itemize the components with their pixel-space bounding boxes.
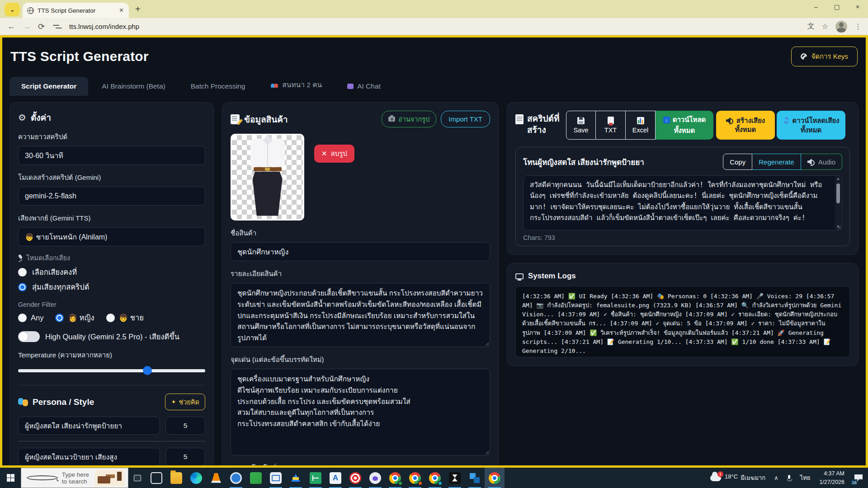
window-minimize-button[interactable]: –: [806, 0, 826, 14]
gender-female-option[interactable]: 👩 หญิง: [55, 312, 94, 324]
remove-image-button[interactable]: ✕ ลบรูป: [314, 145, 354, 163]
taskbar-app-green[interactable]: [246, 468, 266, 488]
browser-avatar[interactable]: [835, 21, 847, 33]
search-highlight-image[interactable]: [95, 470, 124, 486]
radio-selected-icon[interactable]: [18, 283, 27, 291]
browser-profile-button[interactable]: ⌄: [5, 3, 20, 16]
tab-batch-processing[interactable]: Batch Processing: [179, 77, 257, 96]
bookmark-star-icon[interactable]: ☆: [822, 22, 828, 31]
generate-all-audio-button[interactable]: สร้างเสียง ทั้งหมด: [716, 111, 775, 140]
download-all-button[interactable]: ↓ ดาวน์โหลด ทั้งหมด: [656, 111, 713, 140]
export-excel-button[interactable]: Excel: [626, 111, 656, 140]
notification-center-button[interactable]: 16: [849, 468, 868, 488]
scrollbar[interactable]: ▲ ▼: [835, 176, 841, 230]
profile-badge: [398, 481, 403, 486]
taskbar-app-file-explorer[interactable]: [166, 468, 186, 488]
save-button[interactable]: Save: [566, 111, 596, 140]
taskbar-app-vlc[interactable]: [206, 468, 226, 488]
taskbar-app-blue[interactable]: [226, 468, 246, 488]
taskbar-app-anydesk[interactable]: [326, 468, 345, 488]
forward-button[interactable]: →: [23, 22, 31, 31]
start-button[interactable]: [0, 468, 21, 488]
persona-name-input[interactable]: [18, 448, 160, 466]
read-from-image-button[interactable]: อ่านจากรูป: [382, 111, 436, 127]
language-indicator[interactable]: ไทย: [796, 473, 815, 483]
product-heading: ข้อมูลสินค้า: [244, 113, 288, 126]
taskbar-app-chrome-profile2[interactable]: [405, 468, 425, 488]
radio-unselected-icon[interactable]: [18, 314, 27, 322]
log-box[interactable]: [4:32:36 AM] ✅ UI Ready [4:32:36 AM] 🎭 P…: [515, 286, 850, 357]
tab-ai-brainstorm[interactable]: AI Brainstorm (Beta): [90, 77, 177, 96]
copy-button[interactable]: Copy: [723, 154, 752, 170]
window-maximize-button[interactable]: ▢: [826, 0, 847, 14]
taskbar-app-drive[interactable]: [286, 468, 306, 488]
translate-icon[interactable]: 文: [807, 22, 815, 31]
gender-any-option[interactable]: Any: [18, 314, 43, 322]
model-select[interactable]: gemini-2.5-flash: [18, 187, 205, 206]
assist-idea-button[interactable]: ✦ ช่วยคิด: [165, 394, 205, 410]
scrollbar-thumb[interactable]: [836, 183, 840, 203]
audio-button[interactable]: Audio: [801, 154, 842, 170]
script-length-select[interactable]: 30-60 วินาที: [18, 146, 205, 165]
reload-button[interactable]: ⟳: [38, 22, 45, 32]
browser-menu-icon[interactable]: ⋮: [854, 22, 862, 31]
persona-count-input[interactable]: [165, 448, 205, 466]
taskbar-app-sheets[interactable]: [306, 468, 326, 488]
browser-tab-strip: ⌄ TTS Script Generator × + – ▢ ×: [0, 0, 868, 18]
voice-mode-fixed-option[interactable]: เลือกเสียงคงที่: [18, 266, 205, 278]
new-tab-button[interactable]: +: [135, 4, 141, 14]
persona-count-input[interactable]: [165, 417, 205, 435]
download-all-audio-button[interactable]: ♫ ดาวน์โหลดเสียง ทั้งหมด: [777, 111, 845, 140]
radio-unselected-icon[interactable]: [106, 314, 115, 322]
regenerate-button[interactable]: Regenerate: [752, 154, 801, 170]
logs-heading: System Logs: [528, 272, 576, 281]
tab-conversation[interactable]: สนทนา 2 คน: [259, 74, 334, 96]
radio-unselected-icon[interactable]: [18, 268, 27, 277]
tab-ai-chat[interactable]: AI Chat: [335, 77, 392, 96]
slider-thumb[interactable]: [143, 366, 152, 375]
tray-microphone-icon[interactable]: [787, 475, 791, 481]
taskbar-app-chrome-profile3[interactable]: [425, 468, 445, 488]
taskbar-search-box[interactable]: Type here to search: [21, 468, 128, 488]
persona-name-input[interactable]: [18, 417, 160, 435]
taskbar-app-chrome-profile1[interactable]: [385, 468, 405, 488]
export-txt-button[interactable]: TXT: [596, 111, 626, 140]
taskbar-app-mail[interactable]: [266, 468, 286, 488]
tab-script-generator[interactable]: Script Generator: [9, 77, 88, 96]
site-info-icon[interactable]: [53, 22, 65, 32]
manage-keys-button[interactable]: จัดการ Keys: [791, 47, 858, 66]
radio-selected-icon[interactable]: [55, 314, 64, 322]
scroll-down-icon[interactable]: ▼: [836, 224, 840, 230]
address-bar[interactable]: tts.lnwsj.com/index.php: [69, 23, 807, 30]
product-name-input[interactable]: [231, 242, 490, 261]
product-desc-textarea[interactable]: ชุดนักศึกษาหญิงประกอบด้วยเสื้อเชิ้ตสีขาว…: [231, 283, 490, 347]
taskbar-app-target[interactable]: [345, 468, 365, 488]
scroll-up-icon[interactable]: ▲: [836, 176, 840, 182]
temperature-slider[interactable]: [18, 366, 205, 375]
weather-widget[interactable]: 1 18°C มีเมฆมาก: [706, 473, 770, 483]
voice-select[interactable]: 👦 ชายโทนหนัก (Alnilam): [18, 227, 205, 246]
script-textarea[interactable]: สวัสดีค่าทุกคนนน วันนี้ฉันมีไอเท็มเด็ดมา…: [523, 175, 842, 230]
taskbar-app-paw[interactable]: [365, 468, 385, 488]
taskbar-app-edge[interactable]: [186, 468, 206, 488]
highlights-textarea[interactable]: ชุดเครื่องแบบมาตรฐานสำหรับนักศึกษาหญิง ด…: [231, 369, 490, 455]
app-icon: [250, 472, 262, 484]
tab-close-icon[interactable]: ×: [118, 6, 124, 14]
taskbar-app-tiles[interactable]: [465, 468, 485, 488]
taskbar-app-hourglass[interactable]: [445, 468, 465, 488]
belt-graphic: [254, 167, 282, 171]
import-txt-button[interactable]: Import TXT: [441, 111, 490, 127]
task-view-button[interactable]: [128, 468, 146, 488]
browser-tab[interactable]: TTS Script Generator ×: [23, 3, 129, 18]
voice-mode-random-option[interactable]: สุ่มเสียงทุกสคริปต์: [18, 281, 205, 293]
back-button[interactable]: ←: [7, 22, 15, 31]
slider-track[interactable]: [18, 369, 205, 372]
taskbar-app-chrome-active[interactable]: [485, 468, 505, 488]
window-close-button[interactable]: ×: [847, 0, 868, 14]
taskbar-app-box[interactable]: [146, 468, 166, 488]
high-quality-toggle[interactable]: [18, 331, 40, 342]
taskbar-clock[interactable]: 4:37 AM 1/27/2026: [815, 469, 849, 486]
tray-expand-chevron[interactable]: ∧: [770, 474, 783, 481]
clock-date: 1/27/2026: [819, 478, 844, 486]
gender-male-option[interactable]: 👦 ชาย: [106, 312, 144, 324]
